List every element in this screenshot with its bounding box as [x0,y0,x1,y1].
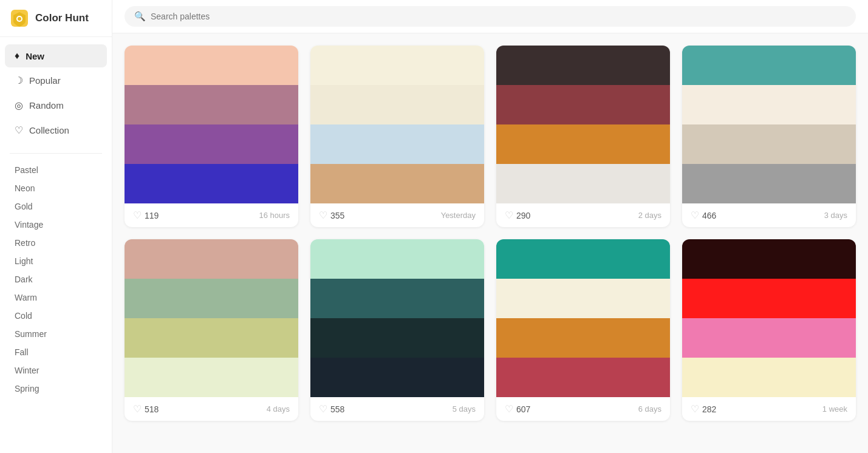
palette-colors [125,239,298,397]
logo-icon [10,9,29,28]
palette-colors [310,239,484,397]
popular-icon: ☽ [15,75,23,86]
color-swatch [125,358,298,397]
sidebar-divider [10,153,102,154]
palette-colors [682,239,856,397]
tag-item-summer[interactable]: Summer [0,325,112,343]
color-swatch [125,124,298,164]
search-bar[interactable]: 🔍 [125,6,856,27]
search-input[interactable] [151,12,846,21]
tag-item-fall[interactable]: Fall [0,343,112,361]
color-swatch [496,124,670,164]
heart-icon: ♡ [691,403,699,415]
palette-meta: ♡5585 days [310,397,484,421]
tag-item-vintage[interactable]: Vintage [0,216,112,234]
time-label: 1 week [822,404,847,414]
like-button[interactable]: ♡607 [505,403,530,415]
palette-meta: ♡11916 hours [125,203,298,227]
tag-item-warm[interactable]: Warm [0,288,112,307]
color-swatch [125,164,298,203]
color-swatch [682,85,856,124]
like-button[interactable]: ♡119 [133,209,159,221]
palette-colors [496,46,670,203]
palette-card[interactable]: ♡2821 week [682,239,856,421]
nav-label-popular: Popular [29,75,61,86]
svg-point-2 [18,17,21,21]
nav-item-new[interactable]: ♦ New [5,44,107,67]
like-button[interactable]: ♡558 [319,403,344,415]
tag-item-pastel[interactable]: Pastel [0,161,112,179]
tag-item-light[interactable]: Light [0,252,112,270]
heart-icon: ♡ [505,209,513,221]
search-wrap: 🔍 [112,0,868,33]
tag-item-neon[interactable]: Neon [0,179,112,197]
color-swatch [310,85,484,124]
like-button[interactable]: ♡518 [133,403,159,415]
like-button[interactable]: ♡290 [505,209,530,221]
time-label: 6 days [638,404,661,414]
palette-card[interactable]: ♡5585 days [310,239,484,421]
tag-item-cold[interactable]: Cold [0,307,112,325]
time-label: 16 hours [259,211,290,220]
palette-card[interactable]: ♡11916 hours [125,46,298,227]
heart-icon: ♡ [691,209,699,221]
color-swatch [682,279,856,318]
app-title: Color Hunt [35,12,89,24]
palette-card[interactable]: ♡4663 days [682,46,856,227]
like-count: 607 [516,404,530,414]
time-label: 5 days [453,404,476,414]
sidebar: Color Hunt ♦ New ☽ Popular ◎ Random ♡ Co… [0,0,112,453]
like-button[interactable]: ♡466 [691,209,716,221]
time-label: 4 days [267,404,290,414]
palette-meta: ♡4663 days [682,203,856,227]
tag-item-retro[interactable]: Retro [0,234,112,252]
nav-item-popular[interactable]: ☽ Popular [5,69,107,92]
tag-item-spring[interactable]: Spring [0,380,112,398]
like-count: 290 [516,211,530,220]
nav-label-collection: Collection [29,125,69,135]
palette-meta: ♡2902 days [496,203,670,227]
palette-colors [682,46,856,203]
like-count: 282 [702,404,716,414]
heart-icon: ♡ [319,209,327,221]
logo-area: Color Hunt [0,0,112,37]
like-button[interactable]: ♡355 [319,209,344,221]
color-swatch [310,164,484,203]
color-swatch [682,239,856,279]
like-count: 518 [145,404,159,414]
nav-label-random: Random [29,100,64,111]
color-swatch [310,318,484,358]
color-swatch [682,358,856,397]
palette-card[interactable]: ♡355Yesterday [310,46,484,227]
like-count: 466 [702,211,716,220]
color-swatch [682,124,856,164]
heart-icon: ♡ [505,403,513,415]
palette-meta: ♡5184 days [125,397,298,421]
nav-item-random[interactable]: ◎ Random [5,94,107,117]
tag-item-dark[interactable]: Dark [0,270,112,288]
palette-card[interactable]: ♡6076 days [496,239,670,421]
palette-meta: ♡355Yesterday [310,203,484,227]
nav-item-collection[interactable]: ♡ Collection [5,118,107,142]
palette-colors [496,239,670,397]
main-nav: ♦ New ☽ Popular ◎ Random ♡ Collection [0,37,112,149]
color-swatch [125,239,298,279]
color-swatch [310,239,484,279]
color-swatch [125,318,298,358]
color-swatch [496,358,670,397]
palette-card[interactable]: ♡5184 days [125,239,298,421]
color-swatch [125,85,298,124]
tag-item-gold[interactable]: Gold [0,197,112,216]
color-swatch [682,46,856,85]
color-swatch [310,279,484,318]
color-swatch [496,318,670,358]
palette-colors [310,46,484,203]
palette-grid: ♡11916 hours♡355Yesterday♡2902 days♡4663… [112,33,868,453]
color-swatch [496,46,670,85]
like-count: 119 [145,211,159,220]
color-swatch [682,318,856,358]
palette-card[interactable]: ♡2902 days [496,46,670,227]
like-button[interactable]: ♡282 [691,403,716,415]
tag-item-winter[interactable]: Winter [0,361,112,380]
like-count: 355 [330,211,344,220]
